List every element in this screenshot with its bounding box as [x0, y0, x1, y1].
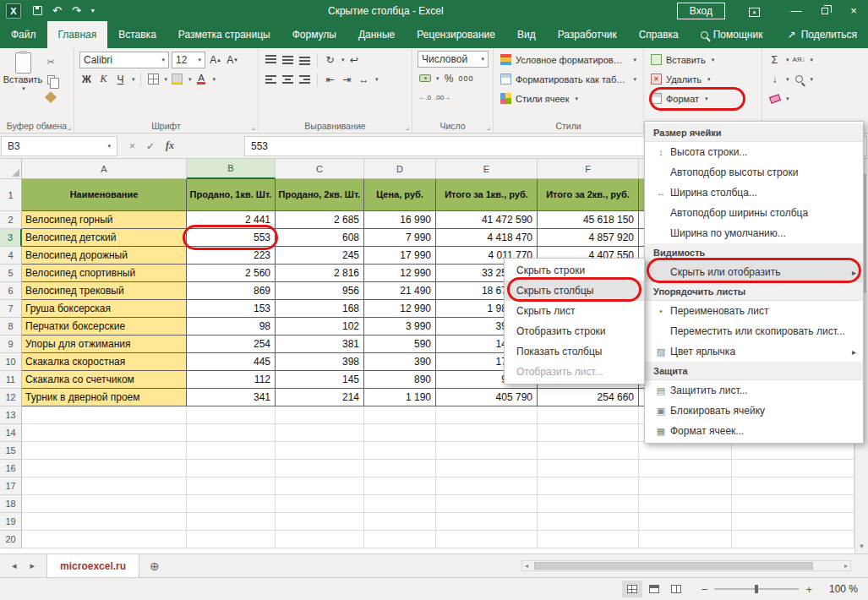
bold-button[interactable]: Ж [79, 71, 94, 87]
cell-D3[interactable]: 7 990 [364, 229, 436, 247]
normal-view-button[interactable] [622, 581, 642, 597]
decrease-indent-button[interactable]: ⇤ [323, 71, 337, 87]
cell-C17[interactable] [276, 477, 364, 495]
cell-A2[interactable]: Велосипед горный [22, 211, 187, 229]
row-header-16[interactable]: 16 [0, 460, 22, 477]
cell-E17[interactable] [436, 477, 538, 495]
cell-B8[interactable]: 98 [187, 318, 276, 335]
number-format-select[interactable]: Числовой▾ [418, 51, 489, 68]
cell-B3[interactable]: 553 [187, 229, 276, 247]
close-button[interactable]: × [839, 0, 868, 21]
cell-D10[interactable]: 390 [364, 353, 436, 371]
menu-item-hide-sheet[interactable]: Скрыть лист [505, 301, 644, 321]
cell-E13[interactable] [436, 406, 538, 424]
font-family-select[interactable]: Calibri▾ [79, 52, 169, 68]
cell-F20[interactable] [538, 531, 639, 548]
undo-button[interactable]: ↶ [52, 4, 62, 17]
zoom-slider[interactable] [714, 588, 799, 590]
enter-button[interactable]: ✓ [146, 140, 155, 152]
cell-H18[interactable] [732, 495, 854, 513]
cell-C18[interactable] [276, 495, 364, 513]
cell-D12[interactable]: 1 190 [364, 389, 436, 406]
cell-C12[interactable]: 214 [276, 389, 364, 406]
autosum-button[interactable]: Σ [767, 52, 782, 68]
cell-G20[interactable] [639, 531, 732, 548]
comma-style-button[interactable]: 000 [459, 70, 474, 86]
insert-cells-button[interactable]: Вставить▾ [649, 51, 756, 68]
column-header-F[interactable]: F [538, 159, 639, 179]
row-header-5[interactable]: 5 [0, 265, 22, 282]
conditional-formatting-button[interactable]: Условное форматирование▾ [499, 51, 638, 68]
cell-G15[interactable] [639, 442, 732, 460]
cell-B11[interactable]: 112 [187, 371, 276, 389]
cell-B5[interactable]: 2 560 [187, 265, 276, 282]
page-break-view-button[interactable] [666, 581, 686, 597]
previous-sheet-button[interactable]: ◂ [12, 560, 17, 571]
cell-D18[interactable] [364, 495, 436, 513]
cell-F19[interactable] [538, 513, 639, 531]
insert-function-button[interactable]: fx [166, 139, 174, 152]
cell-C16[interactable] [276, 460, 364, 477]
row-header-10[interactable]: 10 [0, 353, 22, 371]
menu-item-tab-color[interactable]: ▨Цвет ярлычка▸ [645, 341, 863, 362]
ribbon-tab-2[interactable]: Вставка [107, 21, 167, 48]
cell-F16[interactable] [538, 460, 639, 477]
align-center-button[interactable] [281, 71, 295, 87]
italic-button[interactable]: К [96, 71, 111, 87]
cell-A14[interactable] [22, 424, 187, 442]
cell-B13[interactable] [187, 406, 276, 424]
dialog-launcher-icon[interactable]: ⌟ [252, 123, 255, 131]
cell-A6[interactable]: Велосипед трековый [22, 282, 187, 300]
cell-C3[interactable]: 608 [276, 229, 364, 247]
cell-D15[interactable] [364, 442, 436, 460]
cell-D5[interactable]: 12 990 [364, 265, 436, 282]
wrap-text-button[interactable]: ↩ [347, 52, 362, 68]
column-header-D[interactable]: D [364, 159, 436, 179]
fill-button[interactable]: ↓ [767, 71, 782, 87]
row-header-19[interactable]: 19 [0, 513, 22, 531]
row-header-2[interactable]: 2 [0, 211, 22, 229]
cell-D13[interactable] [364, 406, 436, 424]
ribbon-tab-0[interactable]: Файл [0, 21, 47, 48]
decrease-decimal-button[interactable]: .00→ [434, 90, 450, 106]
cell-A7[interactable]: Груша боксерская [22, 300, 187, 318]
cell-E14[interactable] [436, 424, 538, 442]
cell-C20[interactable] [276, 531, 364, 548]
cell-E12[interactable]: 405 790 [436, 389, 538, 406]
restore-button[interactable] [811, 0, 839, 21]
cell-B6[interactable]: 869 [187, 282, 276, 300]
cell-D7[interactable]: 12 990 [364, 300, 436, 318]
cell-C11[interactable]: 145 [276, 371, 364, 389]
cell-D9[interactable]: 590 [364, 335, 436, 353]
cell-C4[interactable]: 245 [276, 247, 364, 265]
menu-item-unhide-rows[interactable]: Отобразить строки [505, 321, 644, 341]
cell-G16[interactable] [639, 460, 732, 477]
minimize-button[interactable]: — [782, 0, 811, 21]
format-button[interactable]: Формат▾ [649, 90, 756, 107]
zoom-level[interactable]: 100 % [819, 583, 858, 595]
borders-button[interactable] [146, 71, 161, 87]
cell-F14[interactable] [538, 424, 639, 442]
cell-D8[interactable]: 3 990 [364, 318, 436, 335]
cell-E2[interactable]: 41 472 590 [436, 211, 538, 229]
cell-A15[interactable] [22, 442, 187, 460]
ribbon-tab-3[interactable]: Разметка страницы [167, 21, 281, 48]
row-header-13[interactable]: 13 [0, 406, 22, 424]
menu-item-hide-columns[interactable]: Скрыть столбцы [505, 281, 644, 301]
cell-B18[interactable] [187, 495, 276, 513]
font-size-select[interactable]: 12▾ [172, 52, 205, 68]
ribbon-tab-1[interactable]: Главная [47, 21, 108, 48]
cell-F1[interactable]: Итого за 2кв., руб. [538, 179, 639, 211]
cell-D16[interactable] [364, 460, 436, 477]
cell-F15[interactable] [538, 442, 639, 460]
share-button[interactable]: ↗Поделиться [777, 21, 868, 48]
cell-C5[interactable]: 2 816 [276, 265, 364, 282]
font-color-button[interactable]: А [194, 71, 209, 87]
cell-D4[interactable]: 17 990 [364, 247, 436, 265]
format-as-table-button[interactable]: Форматировать как таблицу▾ [499, 70, 638, 88]
ribbon-tab-4[interactable]: Формулы [281, 21, 347, 48]
cell-B7[interactable]: 153 [187, 300, 276, 318]
cell-A16[interactable] [22, 460, 187, 477]
cancel-button[interactable]: × [129, 140, 135, 152]
cell-C19[interactable] [276, 513, 364, 531]
